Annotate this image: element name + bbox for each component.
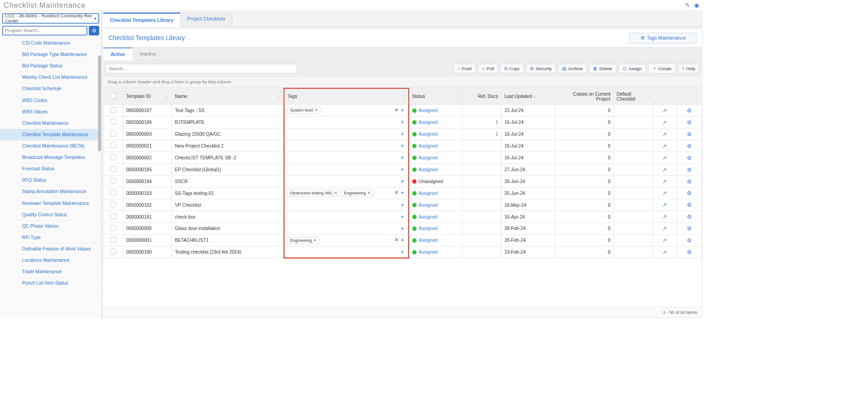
row-checkbox-cell[interactable] [103, 246, 123, 258]
add-tag-icon[interactable]: ＋ [400, 143, 405, 148]
help-button[interactable]: ?Help [678, 64, 699, 73]
clear-tags-icon[interactable]: ✕ [395, 237, 399, 242]
add-tag-icon[interactable]: ＋ [400, 179, 405, 184]
gear-icon[interactable]: ⚙ [687, 214, 692, 220]
clear-tags-icon[interactable]: ✕ [395, 190, 399, 195]
ref-docs-link[interactable]: 1 [496, 120, 498, 125]
add-tag-icon[interactable]: ＋ [400, 226, 405, 231]
sidebar-item[interactable]: QC Phase Values [0, 220, 102, 232]
gear-icon[interactable]: ⚙ [687, 178, 692, 184]
row-checkbox-cell[interactable] [103, 105, 123, 117]
sidebar-item[interactable]: RFQ Status [0, 175, 102, 186]
status-text[interactable]: Assigned [419, 143, 438, 148]
add-tag-icon[interactable]: ＋ [400, 155, 405, 160]
assign-button[interactable]: ☑Assign [619, 64, 646, 73]
sidebar-item[interactable]: CSI Code Maintenance [0, 38, 102, 49]
status-text[interactable]: Assigned [419, 226, 438, 231]
column-tags[interactable]: Tags⋮ [284, 88, 408, 105]
delete-button[interactable]: 🗑Delete [589, 64, 616, 73]
program-search-input[interactable] [2, 26, 87, 36]
open-link-icon[interactable]: ↗ [662, 249, 667, 255]
column-last-updated[interactable]: Last Updated↓⋮ [501, 88, 555, 105]
open-link-icon[interactable]: ↗ [662, 107, 667, 113]
open-link-icon[interactable]: ↗ [662, 154, 667, 161]
subtab[interactable]: Active [103, 47, 132, 60]
column-status[interactable]: Status⋮ [409, 88, 462, 105]
column-ref-docs[interactable]: Ref. Docs⋮ [462, 88, 501, 105]
column-select-all[interactable] [103, 88, 123, 105]
status-text[interactable]: Assigned [419, 108, 438, 113]
sidebar-item[interactable]: Forecast Status [0, 163, 102, 175]
sidebar-item[interactable]: Checklist Schedule [0, 83, 102, 95]
remove-tag-icon[interactable]: ✕ [334, 191, 337, 195]
row-checkbox-cell[interactable] [103, 187, 123, 199]
subtab[interactable]: Inactive [132, 47, 164, 60]
row-checkbox-cell[interactable] [103, 211, 123, 223]
row-checkbox-cell[interactable] [103, 152, 123, 163]
column-menu-icon[interactable]: ⋮ [646, 93, 651, 99]
open-link-icon[interactable]: ↗ [662, 131, 667, 137]
sidebar-item[interactable]: Trade Maintenance [0, 266, 102, 278]
tag-chip[interactable]: Engineering✕ [288, 237, 319, 244]
program-settings-button[interactable]: ⚙ [89, 26, 99, 36]
gear-icon[interactable]: ⚙ [687, 237, 692, 243]
add-tag-icon[interactable]: ＋ [400, 107, 405, 112]
add-tag-icon[interactable]: ＋ [400, 167, 405, 172]
row-checkbox-cell[interactable] [103, 140, 123, 152]
open-link-icon[interactable]: ↗ [662, 214, 667, 220]
row-checkbox-cell[interactable] [103, 175, 123, 187]
remove-tag-icon[interactable]: ✕ [367, 191, 371, 195]
archive-button[interactable]: ▤Archive [558, 64, 587, 73]
open-link-icon[interactable]: ↗ [662, 225, 667, 232]
tag-chip[interactable]: System level✕ [288, 107, 320, 114]
add-tag-icon[interactable]: ＋ [400, 202, 405, 207]
remove-tag-icon[interactable]: ✕ [313, 238, 316, 242]
add-tag-icon[interactable]: ＋ [400, 214, 405, 219]
column-menu-icon[interactable]: ⋮ [494, 93, 499, 99]
sidebar-item[interactable]: RFI Type [0, 232, 102, 243]
tag-chip[interactable]: Engineering✕ [341, 189, 373, 196]
column-menu-icon[interactable]: ⋮ [165, 93, 170, 99]
open-link-icon[interactable]: ↗ [662, 166, 667, 173]
column-copies[interactable]: Copies on Current Project⋮ [555, 88, 614, 105]
tag-chip[interactable]: Destructive testing ABC✕ [288, 189, 340, 196]
sidebar-item[interactable]: WBS Values [0, 106, 102, 117]
gear-icon[interactable]: ⚙ [687, 131, 692, 137]
gear-icon[interactable]: ⚙ [687, 119, 692, 125]
main-tab[interactable]: Checklist Templates Library [103, 13, 181, 27]
row-checkbox-cell[interactable] [103, 199, 123, 211]
ref-docs-link[interactable]: 1 [496, 132, 498, 137]
sidebar-item[interactable]: Checklist Maintenance (BETA) [0, 141, 102, 152]
add-tag-icon[interactable]: ＋ [400, 119, 405, 124]
open-link-icon[interactable]: ↗ [662, 143, 667, 149]
status-text[interactable]: Assigned [419, 238, 438, 243]
sidebar-item[interactable]: Checklist Template Maintenance [0, 129, 102, 141]
gear-icon[interactable]: ⚙ [687, 166, 692, 173]
status-text[interactable]: Assigned [419, 190, 438, 195]
security-button[interactable]: ⚙Security [526, 64, 556, 73]
status-text[interactable]: Assigned [419, 120, 438, 125]
gear-icon[interactable]: ⚙ [687, 107, 692, 113]
column-menu-icon[interactable]: ⋮ [401, 94, 406, 100]
open-link-icon[interactable]: ↗ [662, 119, 667, 125]
gear-icon[interactable]: ⚙ [687, 143, 692, 149]
status-text[interactable]: Assigned [419, 167, 438, 172]
project-select[interactable]: CCC - JB-00001 - Rockford Community Rec … [2, 13, 99, 24]
column-template-id[interactable]: Template ID⋮ [123, 88, 172, 105]
sidebar-item[interactable]: Locations Maintenance [0, 255, 102, 266]
column-name[interactable]: Name⋮ [172, 88, 284, 105]
column-default[interactable]: Default Checklist⋮ [614, 88, 653, 105]
status-text[interactable]: Assigned [419, 250, 438, 255]
open-link-icon[interactable]: ↗ [662, 190, 667, 196]
column-menu-icon[interactable]: ⋮ [548, 93, 553, 99]
create-button[interactable]: ＋Create [648, 63, 676, 74]
status-text[interactable]: Assigned [419, 214, 438, 219]
status-text[interactable]: Assigned [419, 132, 438, 137]
row-checkbox-cell[interactable] [103, 117, 123, 128]
add-tag-icon[interactable]: ＋ [400, 131, 405, 136]
group-drop-hint[interactable]: Drag a column header and drop it here to… [103, 77, 702, 88]
sidebar-item[interactable]: Broadcast Message Templates [0, 152, 102, 163]
gear-icon[interactable]: ⚙ [687, 154, 692, 161]
status-text[interactable]: Assigned [419, 202, 438, 207]
gear-icon[interactable]: ⚙ [687, 249, 692, 255]
